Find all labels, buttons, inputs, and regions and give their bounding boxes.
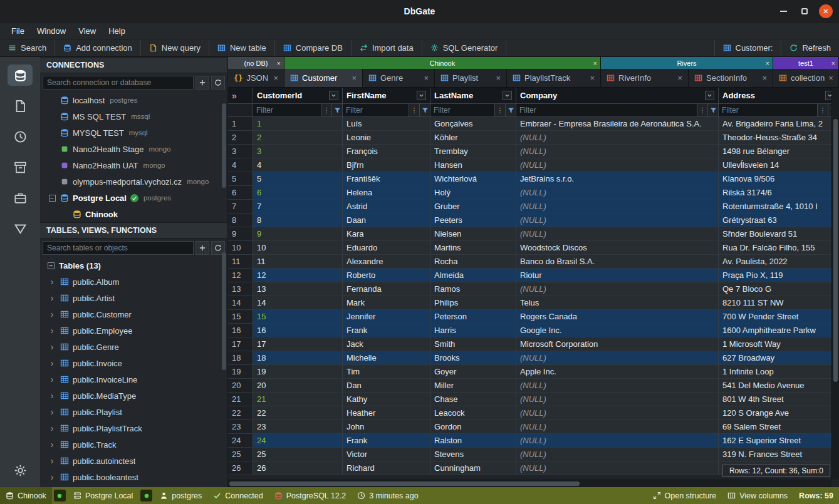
chevron-right-icon[interactable]: › bbox=[48, 277, 56, 287]
filter-menu-icon[interactable]: ⋮ bbox=[409, 104, 419, 116]
chevron-right-icon[interactable]: › bbox=[48, 391, 56, 401]
cell-last[interactable]: Gordon bbox=[430, 420, 516, 433]
filter-menu-icon[interactable]: ⋮ bbox=[494, 104, 505, 116]
close-tab-icon[interactable]: × bbox=[762, 73, 767, 83]
cell-address[interactable]: 319 N. Frances Street bbox=[719, 448, 839, 461]
statusbar-connection[interactable]: Postgre Local bbox=[68, 487, 138, 504]
toolbar-compare-db-button[interactable]: Compare DB bbox=[275, 39, 352, 56]
cell-company[interactable]: (NULL) bbox=[516, 420, 719, 433]
rail-files-button[interactable] bbox=[8, 95, 33, 116]
grid-row-18[interactable]: 1818MichelleBrooks(NULL)627 Broadway bbox=[228, 351, 839, 365]
cell-first[interactable]: François bbox=[343, 145, 430, 158]
cell-company[interactable]: Banco do Brasil S.A. bbox=[516, 255, 719, 268]
filter-menu-icon[interactable]: ⋮ bbox=[697, 104, 707, 116]
rail-archive-button[interactable] bbox=[8, 157, 33, 178]
grid-row-4[interactable]: 44BjřrnHansen(NULL)Ullevĺlsveien 14 bbox=[228, 158, 839, 172]
cell-first[interactable]: Mark bbox=[343, 296, 430, 309]
vertical-scrollbar-thumb[interactable] bbox=[833, 119, 838, 382]
toolbar-customer-button[interactable]: Customer: bbox=[714, 39, 781, 56]
cell-address[interactable]: 1 Microsoft Way bbox=[719, 337, 839, 351]
cell-address[interactable]: Praça Pio X, 119 bbox=[719, 269, 839, 282]
menu-window[interactable]: Window bbox=[31, 24, 72, 38]
connection-postgre-local[interactable]: −Postgre Localpostgres bbox=[40, 190, 227, 206]
chevron-right-icon[interactable]: › bbox=[48, 342, 56, 352]
cell-first[interactable]: Helena bbox=[343, 186, 430, 199]
cell-id[interactable]: 18 bbox=[253, 351, 343, 364]
tab-playlisttrack[interactable]: PlaylistTrack× bbox=[507, 69, 601, 87]
cell-last[interactable]: Rocha bbox=[430, 255, 516, 268]
cell-last[interactable]: Köhler bbox=[430, 131, 516, 144]
cell-last[interactable]: Brooks bbox=[430, 351, 516, 364]
table-public-customer[interactable]: ›public.Customer bbox=[40, 306, 227, 322]
cell-company[interactable]: (NULL) bbox=[516, 282, 719, 296]
tab-group-test1[interactable]: test1× bbox=[773, 57, 839, 69]
grid-row-11[interactable]: 1111AlexandreRochaBanco do Brasil S.A.Av… bbox=[228, 255, 839, 269]
table-public-invoice[interactable]: ›public.Invoice bbox=[40, 355, 227, 371]
cell-last[interactable]: Nielsen bbox=[430, 227, 516, 240]
cell-id[interactable]: 10 bbox=[253, 241, 343, 254]
cell-id[interactable]: 6 bbox=[253, 186, 343, 199]
minimize-button[interactable] bbox=[776, 4, 790, 18]
cell-address[interactable]: 627 Broadway bbox=[719, 351, 839, 364]
cell-last[interactable]: Cunningham bbox=[430, 461, 516, 475]
close-tab-icon[interactable]: × bbox=[352, 73, 357, 83]
cell-company[interactable]: Embraer - Empresa Brasileira de Aeronáut… bbox=[516, 117, 719, 130]
cell-address[interactable]: Av. Paulista, 2022 bbox=[719, 255, 839, 268]
cell-id[interactable]: 22 bbox=[253, 406, 343, 419]
grid-row-8[interactable]: 88DaanPeeters(NULL)Grétrystraat 63 bbox=[228, 213, 839, 227]
cell-last[interactable]: Harris bbox=[430, 324, 516, 337]
cell-id[interactable]: 7 bbox=[253, 200, 343, 213]
grid-row-10[interactable]: 1010EduardoMartinsWoodstock DiscosRua Dr… bbox=[228, 241, 839, 255]
column-header-company[interactable]: Company bbox=[516, 88, 719, 103]
chevron-right-icon[interactable]: › bbox=[48, 456, 56, 466]
column-menu-icon[interactable] bbox=[503, 91, 512, 100]
table-public-track[interactable]: ›public.Track bbox=[40, 436, 227, 453]
filter-funnel-icon[interactable] bbox=[707, 104, 718, 116]
grid-row-19[interactable]: 1919TimGoyerApple Inc.1 Infinite Loop bbox=[228, 365, 839, 379]
cell-company[interactable]: JetBrains s.r.o. bbox=[516, 172, 719, 185]
cell-first[interactable]: Eduardo bbox=[343, 241, 430, 254]
cell-company[interactable]: Apple Inc. bbox=[516, 365, 719, 378]
cell-company[interactable]: Woodstock Discos bbox=[516, 241, 719, 254]
filter-input-address[interactable] bbox=[719, 104, 817, 116]
table-public-invoiceline[interactable]: ›public.InvoiceLine bbox=[40, 371, 227, 388]
cell-address[interactable]: Av. Brigadeiro Faria Lima, 2 bbox=[719, 117, 839, 130]
cell-last[interactable]: Hansen bbox=[430, 158, 516, 172]
column-header-customerid[interactable]: CustomerId bbox=[253, 88, 343, 103]
chevron-right-icon[interactable]: › bbox=[48, 293, 56, 303]
table-public-booleantest[interactable]: ›public.booleantest bbox=[40, 469, 227, 485]
toolbar-search-button[interactable]: Search bbox=[0, 39, 55, 56]
statusbar-version[interactable]: PostgreSQL 12.2 bbox=[269, 487, 352, 504]
table-public-mediatype[interactable]: ›public.MediaType bbox=[40, 388, 227, 404]
grid-row-20[interactable]: 2020DanMiller(NULL)541 Del Medio Avenue bbox=[228, 379, 839, 393]
cell-last[interactable]: Peterson bbox=[430, 310, 516, 323]
cell-last[interactable]: Martins bbox=[430, 241, 516, 254]
cell-id[interactable]: 8 bbox=[253, 213, 343, 227]
cell-id[interactable]: 3 bbox=[253, 145, 343, 158]
rail-cell-data-button[interactable] bbox=[8, 218, 33, 239]
cell-address[interactable]: 8210 111 ST NW bbox=[719, 296, 839, 309]
cell-company[interactable]: Google Inc. bbox=[516, 324, 719, 337]
table-public-playlisttrack[interactable]: ›public.PlaylistTrack bbox=[40, 420, 227, 436]
tab-playlist[interactable]: Playlist× bbox=[435, 69, 507, 87]
grid-row-22[interactable]: 2222HeatherLeacock(NULL)120 S Orange Ave bbox=[228, 406, 839, 420]
grid-row-2[interactable]: 22LeonieKöhler(NULL)Theodor-Heuss-Straße… bbox=[228, 131, 839, 145]
chevron-right-icon[interactable]: › bbox=[48, 358, 56, 368]
cell-address[interactable]: Grétrystraat 63 bbox=[719, 213, 839, 227]
cell-address[interactable]: 541 Del Medio Avenue bbox=[719, 379, 839, 392]
cell-last[interactable]: Holý bbox=[430, 186, 516, 199]
tab-group-rivers[interactable]: Rivers× bbox=[601, 57, 773, 69]
chevron-right-icon[interactable]: › bbox=[48, 407, 56, 417]
cell-company[interactable]: (NULL) bbox=[516, 351, 719, 364]
close-tab-icon[interactable]: × bbox=[273, 73, 278, 83]
cell-id[interactable]: 4 bbox=[253, 158, 343, 172]
cell-id[interactable]: 25 bbox=[253, 448, 343, 461]
close-group-icon[interactable]: × bbox=[277, 59, 281, 67]
close-tab-icon[interactable]: × bbox=[828, 73, 833, 83]
rail-settings-button[interactable] bbox=[8, 460, 33, 481]
cell-company[interactable]: (NULL) bbox=[516, 448, 719, 461]
cell-first[interactable]: Roberto bbox=[343, 269, 430, 282]
toolbar-import-data-button[interactable]: Import data bbox=[352, 39, 422, 56]
close-tab-icon[interactable]: × bbox=[677, 73, 682, 83]
refresh-connections-button[interactable] bbox=[211, 76, 225, 90]
